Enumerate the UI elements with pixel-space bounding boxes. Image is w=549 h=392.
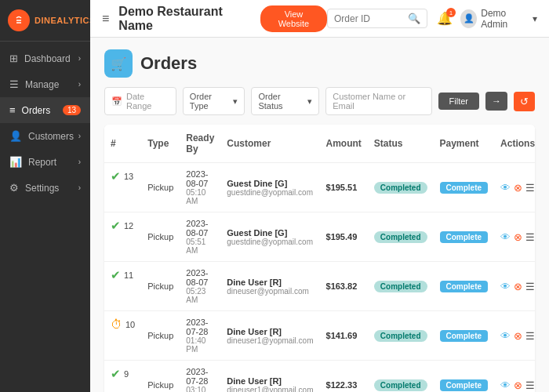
avatar: 👤 [460,9,477,28]
header: ≡ Demo Restaurant Name View Website 🔍 🔔 … [90,0,549,38]
cell-payment: Complete [434,311,495,361]
chevron-right-icon: › [78,80,81,89]
customers-icon: 👤 [9,130,22,142]
cell-customer: Dine User [R] dineuser@yopmail.com [220,262,319,311]
date-range-filter[interactable]: 📅 Date Range [104,87,176,115]
filter-next-button[interactable]: → [485,92,507,111]
cancel-action-button[interactable]: ⊗ [514,379,522,391]
chevron-down-icon: ▾ [307,96,312,107]
view-action-button[interactable]: 👁 [500,182,511,194]
cell-customer: Guest Dine [G] guestdine@yopmail.com [220,163,319,212]
table-row: ⏱ 10 Pickup 2023-07-28 01:40 PM Dine Use… [104,311,535,361]
search-input[interactable] [334,13,405,24]
order-status-label: Order Status [258,92,304,111]
cell-actions: 👁 ⊗ ☰ [494,163,535,212]
settings-icon: ⚙ [9,182,19,194]
cell-amount: $195.49 [320,212,368,262]
chevron-right-icon: › [78,158,81,166]
cell-customer: Dine User [R] dineuser1@yopmail.com [220,311,319,361]
view-action-button[interactable]: 👁 [500,231,511,243]
header-title: Demo Restaurant Name [118,5,249,33]
cell-id: ✔ 13 [104,163,141,190]
table-row: ✔ 11 Pickup 2023-08-07 05:23 AM Dine Use… [104,262,535,311]
status-check-icon: ✔ [111,367,121,381]
notification-bell[interactable]: 🔔 1 [437,11,453,26]
sidebar-item-label: Settings [25,183,59,194]
order-type-filter[interactable]: Order Type ▾ [183,87,245,115]
menu-action-button[interactable]: ☰ [525,281,535,292]
date-range-label: Date Range [126,92,169,111]
main-content: ≡ Demo Restaurant Name View Website 🔍 🔔 … [90,0,549,392]
sidebar-item-orders[interactable]: ≡ Orders 13 [0,97,90,123]
cell-actions: 👁 ⊗ ☰ [494,311,535,361]
cell-amount: $163.82 [320,262,368,311]
menu-action-button[interactable]: ☰ [525,182,535,194]
cancel-action-button[interactable]: ⊗ [514,182,522,194]
sidebar-item-label: Report [28,157,56,168]
view-action-button[interactable]: 👁 [500,379,511,391]
page-header: 🛒 Orders [104,49,535,78]
col-header-customer: Customer [220,125,319,163]
order-status-filter[interactable]: Order Status ▾ [251,87,319,115]
hamburger-icon[interactable]: ≡ [102,12,109,26]
table-row: ✔ 13 Pickup 2023-08-07 05:10 AM Guest Di… [104,163,535,212]
logo-text: DINEALYTICS [35,16,96,25]
cell-status: Completed [368,262,434,311]
cell-status: Completed [368,361,434,393]
cell-amount: $195.51 [320,163,368,212]
sidebar-item-dashboard[interactable]: ⊞ Dashboard › [0,45,90,71]
table-row: ✔ 12 Pickup 2023-08-07 05:51 AM Guest Di… [104,212,535,262]
user-menu[interactable]: 👤 Demo Admin ▾ [460,8,537,30]
cell-type: Pickup [141,163,180,212]
cell-id: ✔ 11 [104,262,141,289]
notification-badge: 1 [446,8,456,17]
cell-ready: 2023-08-07 05:51 AM [180,212,220,262]
sidebar-item-label: Orders [22,105,51,116]
col-header-hash: # [104,125,141,163]
chevron-down-icon: ▾ [233,96,238,107]
cell-status: Completed [368,311,434,361]
col-header-actions: Actions [494,125,535,163]
cell-type: Pickup [141,311,180,361]
sidebar: DINEALYTICS ⊞ Dashboard › ☰ Manage › ≡ O… [0,0,90,392]
sidebar-item-label: Customers [28,131,74,142]
sidebar-item-label: Dashboard [24,53,71,64]
cell-id: ✔ 9 [104,361,141,387]
cell-actions: 👁 ⊗ ☰ [494,262,535,311]
sidebar-item-manage[interactable]: ☰ Manage › [0,71,90,97]
cell-id: ⏱ 10 [104,311,141,337]
menu-action-button[interactable]: ☰ [525,330,535,342]
page-icon: 🛒 [104,49,133,78]
cancel-action-button[interactable]: ⊗ [514,330,522,342]
cell-status: Completed [368,212,434,262]
view-action-button[interactable]: 👁 [500,330,511,342]
menu-action-button[interactable]: ☰ [525,231,535,243]
sidebar-item-customers[interactable]: 👤 Customers › [0,123,90,149]
filters-bar: 📅 Date Range Order Type ▾ Order Status ▾… [104,87,535,115]
cell-actions: 👁 ⊗ ☰ [494,212,535,262]
table-row: ✔ 9 Pickup 2023-07-28 03:10 PM Dine User… [104,361,535,393]
cancel-action-button[interactable]: ⊗ [514,281,522,292]
status-check-icon: ✔ [111,268,121,282]
filter-button[interactable]: Filter [438,93,479,110]
sidebar-item-report[interactable]: 📊 Report › [0,149,90,175]
cell-ready: 2023-08-07 05:10 AM [180,163,220,212]
filter-refresh-button[interactable]: ↺ [514,92,535,111]
order-type-label: Order Type [190,92,231,111]
cancel-action-button[interactable]: ⊗ [514,231,522,243]
customer-filter[interactable]: Customer Name or Email [325,87,431,115]
cell-ready: 2023-07-28 03:10 PM [180,361,220,393]
cell-type: Pickup [141,361,180,393]
cell-ready: 2023-07-28 01:40 PM [180,311,220,361]
col-header-type: Type [141,125,180,163]
view-action-button[interactable]: 👁 [500,281,511,292]
orders-table-container: # Type Ready By Customer Amount Status P… [104,125,535,392]
cell-payment: Complete [434,361,495,393]
orders-table: # Type Ready By Customer Amount Status P… [104,125,535,392]
col-header-payment: Payment [434,125,495,163]
cell-type: Pickup [141,262,180,311]
cell-payment: Complete [434,262,495,311]
view-website-button[interactable]: View Website [260,5,327,32]
menu-action-button[interactable]: ☰ [525,379,535,391]
sidebar-item-settings[interactable]: ⚙ Settings › [0,175,90,201]
